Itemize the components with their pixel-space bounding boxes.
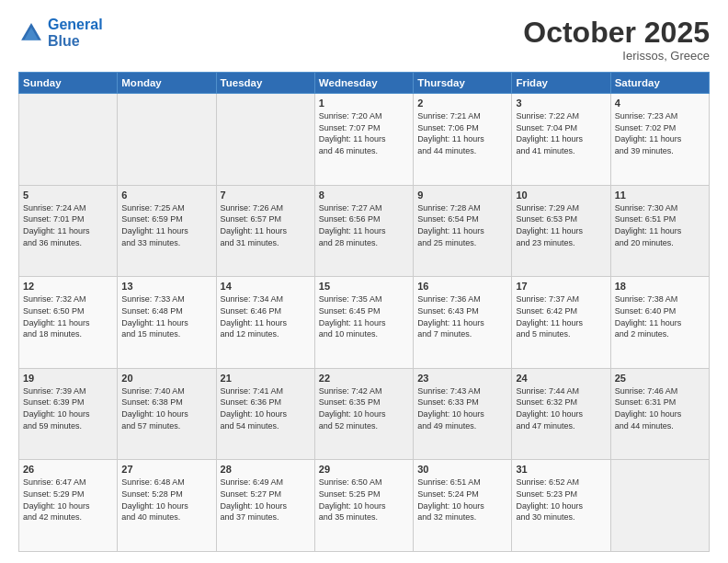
day-number: 4 — [615, 98, 705, 109]
day-number: 29 — [319, 464, 409, 475]
calendar-cell: 24Sunrise: 7:44 AM Sunset: 6:32 PM Dayli… — [512, 368, 610, 460]
weekday-header-friday: Friday — [512, 73, 610, 94]
day-info: Sunrise: 6:50 AM Sunset: 5:25 PM Dayligh… — [319, 477, 409, 523]
calendar-cell: 3Sunrise: 7:22 AM Sunset: 7:04 PM Daylig… — [512, 94, 610, 186]
calendar-cell: 23Sunrise: 7:43 AM Sunset: 6:33 PM Dayli… — [414, 368, 512, 460]
day-number: 14 — [221, 281, 311, 292]
day-number: 22 — [319, 373, 409, 384]
day-number: 25 — [615, 373, 705, 384]
calendar-week-row: 1Sunrise: 7:20 AM Sunset: 7:07 PM Daylig… — [19, 94, 710, 186]
calendar-cell: 10Sunrise: 7:29 AM Sunset: 6:53 PM Dayli… — [512, 185, 610, 277]
day-info: Sunrise: 7:21 AM Sunset: 7:06 PM Dayligh… — [417, 110, 507, 156]
calendar-cell: 2Sunrise: 7:21 AM Sunset: 7:06 PM Daylig… — [414, 94, 512, 186]
calendar-cell: 12Sunrise: 7:32 AM Sunset: 6:50 PM Dayli… — [19, 277, 118, 369]
day-number: 9 — [417, 190, 507, 201]
day-info: Sunrise: 6:51 AM Sunset: 5:24 PM Dayligh… — [417, 477, 507, 523]
day-number: 5 — [23, 190, 113, 201]
month-title: October 2025 — [523, 17, 710, 49]
day-info: Sunrise: 7:38 AM Sunset: 6:40 PM Dayligh… — [615, 293, 705, 339]
day-info: Sunrise: 6:52 AM Sunset: 5:23 PM Dayligh… — [516, 477, 606, 523]
day-info: Sunrise: 7:24 AM Sunset: 7:01 PM Dayligh… — [23, 202, 113, 248]
day-info: Sunrise: 7:35 AM Sunset: 6:45 PM Dayligh… — [319, 293, 409, 339]
calendar-cell: 28Sunrise: 6:49 AM Sunset: 5:27 PM Dayli… — [216, 460, 314, 552]
location: Ierissos, Greece — [523, 49, 710, 63]
day-info: Sunrise: 7:40 AM Sunset: 6:38 PM Dayligh… — [121, 385, 211, 431]
day-info: Sunrise: 7:42 AM Sunset: 6:35 PM Dayligh… — [319, 385, 409, 431]
logo-general: General — [48, 17, 103, 32]
day-info: Sunrise: 7:23 AM Sunset: 7:02 PM Dayligh… — [615, 110, 705, 156]
title-block: October 2025 Ierissos, Greece — [523, 17, 710, 63]
calendar-cell — [19, 94, 118, 186]
calendar-cell: 25Sunrise: 7:46 AM Sunset: 6:31 PM Dayli… — [610, 368, 709, 460]
calendar-cell: 20Sunrise: 7:40 AM Sunset: 6:38 PM Dayli… — [118, 368, 216, 460]
day-info: Sunrise: 7:41 AM Sunset: 6:36 PM Dayligh… — [221, 385, 311, 431]
calendar-cell: 8Sunrise: 7:27 AM Sunset: 6:56 PM Daylig… — [314, 185, 413, 277]
day-number: 1 — [319, 98, 409, 109]
day-number: 7 — [221, 190, 311, 201]
day-number: 13 — [121, 281, 211, 292]
calendar-cell: 22Sunrise: 7:42 AM Sunset: 6:35 PM Dayli… — [314, 368, 413, 460]
weekday-header-row: SundayMondayTuesdayWednesdayThursdayFrid… — [19, 73, 710, 94]
day-info: Sunrise: 7:43 AM Sunset: 6:33 PM Dayligh… — [417, 385, 507, 431]
day-number: 3 — [516, 98, 606, 109]
weekday-header-saturday: Saturday — [610, 73, 709, 94]
calendar-cell: 26Sunrise: 6:47 AM Sunset: 5:29 PM Dayli… — [19, 460, 118, 552]
calendar-cell: 29Sunrise: 6:50 AM Sunset: 5:25 PM Dayli… — [314, 460, 413, 552]
calendar-cell: 30Sunrise: 6:51 AM Sunset: 5:24 PM Dayli… — [414, 460, 512, 552]
calendar-cell: 16Sunrise: 7:36 AM Sunset: 6:43 PM Dayli… — [414, 277, 512, 369]
day-number: 10 — [516, 190, 606, 201]
day-number: 21 — [221, 373, 311, 384]
day-info: Sunrise: 6:49 AM Sunset: 5:27 PM Dayligh… — [221, 477, 311, 523]
calendar-week-row: 19Sunrise: 7:39 AM Sunset: 6:39 PM Dayli… — [19, 368, 710, 460]
calendar-cell: 27Sunrise: 6:48 AM Sunset: 5:28 PM Dayli… — [118, 460, 216, 552]
weekday-header-sunday: Sunday — [19, 73, 118, 94]
day-info: Sunrise: 7:25 AM Sunset: 6:59 PM Dayligh… — [121, 202, 211, 248]
day-number: 31 — [516, 464, 606, 475]
calendar-cell: 9Sunrise: 7:28 AM Sunset: 6:54 PM Daylig… — [414, 185, 512, 277]
day-info: Sunrise: 7:27 AM Sunset: 6:56 PM Dayligh… — [319, 202, 409, 248]
calendar-cell: 6Sunrise: 7:25 AM Sunset: 6:59 PM Daylig… — [118, 185, 216, 277]
calendar-cell: 7Sunrise: 7:26 AM Sunset: 6:57 PM Daylig… — [216, 185, 314, 277]
calendar-week-row: 12Sunrise: 7:32 AM Sunset: 6:50 PM Dayli… — [19, 277, 710, 369]
calendar-week-row: 5Sunrise: 7:24 AM Sunset: 7:01 PM Daylig… — [19, 185, 710, 277]
calendar-table: SundayMondayTuesdayWednesdayThursdayFrid… — [18, 72, 710, 552]
day-info: Sunrise: 7:28 AM Sunset: 6:54 PM Dayligh… — [417, 202, 507, 248]
day-number: 27 — [121, 464, 211, 475]
calendar-cell — [118, 94, 216, 186]
calendar-cell: 19Sunrise: 7:39 AM Sunset: 6:39 PM Dayli… — [19, 368, 118, 460]
day-number: 24 — [516, 373, 606, 384]
day-number: 2 — [417, 98, 507, 109]
weekday-header-monday: Monday — [118, 73, 216, 94]
day-number: 30 — [417, 464, 507, 475]
calendar-body: 1Sunrise: 7:20 AM Sunset: 7:07 PM Daylig… — [19, 94, 710, 552]
day-number: 18 — [615, 281, 705, 292]
calendar-cell: 17Sunrise: 7:37 AM Sunset: 6:42 PM Dayli… — [512, 277, 610, 369]
day-number: 11 — [615, 190, 705, 201]
logo: General Blue — [18, 17, 103, 49]
weekday-header-thursday: Thursday — [414, 73, 512, 94]
day-number: 17 — [516, 281, 606, 292]
day-info: Sunrise: 7:36 AM Sunset: 6:43 PM Dayligh… — [417, 293, 507, 339]
calendar-cell: 21Sunrise: 7:41 AM Sunset: 6:36 PM Dayli… — [216, 368, 314, 460]
logo-text: General Blue — [48, 17, 103, 49]
day-info: Sunrise: 7:34 AM Sunset: 6:46 PM Dayligh… — [221, 293, 311, 339]
calendar-cell: 31Sunrise: 6:52 AM Sunset: 5:23 PM Dayli… — [512, 460, 610, 552]
day-info: Sunrise: 6:48 AM Sunset: 5:28 PM Dayligh… — [121, 477, 211, 523]
day-number: 19 — [23, 373, 113, 384]
day-info: Sunrise: 7:39 AM Sunset: 6:39 PM Dayligh… — [23, 385, 113, 431]
day-info: Sunrise: 7:22 AM Sunset: 7:04 PM Dayligh… — [516, 110, 606, 156]
day-number: 8 — [319, 190, 409, 201]
calendar-cell — [216, 94, 314, 186]
day-number: 12 — [23, 281, 113, 292]
day-info: Sunrise: 7:37 AM Sunset: 6:42 PM Dayligh… — [516, 293, 606, 339]
calendar-cell — [610, 460, 709, 552]
day-info: Sunrise: 7:20 AM Sunset: 7:07 PM Dayligh… — [319, 110, 409, 156]
day-info: Sunrise: 7:46 AM Sunset: 6:31 PM Dayligh… — [615, 385, 705, 431]
day-number: 15 — [319, 281, 409, 292]
day-number: 6 — [121, 190, 211, 201]
header: General Blue October 2025 Ierissos, Gree… — [18, 17, 710, 63]
day-number: 16 — [417, 281, 507, 292]
calendar-cell: 18Sunrise: 7:38 AM Sunset: 6:40 PM Dayli… — [610, 277, 709, 369]
calendar-cell: 15Sunrise: 7:35 AM Sunset: 6:45 PM Dayli… — [314, 277, 413, 369]
calendar-cell: 1Sunrise: 7:20 AM Sunset: 7:07 PM Daylig… — [314, 94, 413, 186]
